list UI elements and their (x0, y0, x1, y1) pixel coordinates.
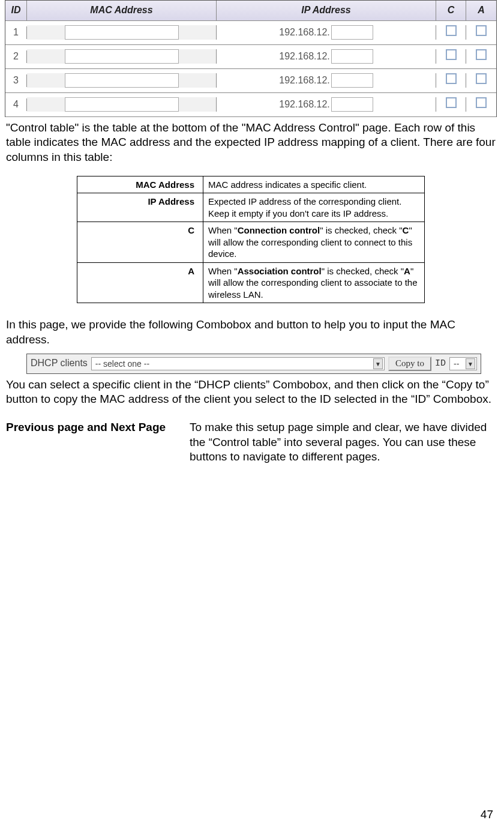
definition-term: IP Address (77, 193, 203, 222)
id-select-value: -- (454, 358, 459, 369)
row-id: 4 (5, 98, 27, 111)
definition-desc: When "Connection control" is checked, ch… (203, 222, 425, 263)
control-table-header: ID MAC Address IP Address C A (5, 1, 496, 21)
header-a: A (466, 1, 496, 20)
chevron-down-icon: ▼ (373, 358, 383, 369)
definition-row: AWhen "Association control" is checked, … (77, 262, 425, 303)
dhcp-clients-label: DHCP clients (31, 357, 88, 370)
ip-input[interactable] (331, 25, 373, 40)
definition-row: CWhen "Connection control" is checked, c… (77, 222, 425, 263)
table-row: 4 192.168.12. (5, 93, 496, 117)
table-row: 3 192.168.12. (5, 69, 496, 93)
dhcp-clients-select[interactable]: -- select one -- ▼ (91, 357, 385, 370)
control-table: ID MAC Address IP Address C A 1 192.168.… (5, 0, 497, 117)
prev-next-note: Previous page and Next Page To make this… (6, 420, 496, 465)
header-c: C (436, 1, 466, 20)
paragraph: In this page, we provide the following C… (6, 318, 496, 347)
page-number: 47 (481, 807, 493, 822)
a-checkbox[interactable] (476, 73, 487, 84)
ip-prefix: 192.168.12. (279, 50, 330, 63)
paragraph: You can select a specific client in the … (6, 378, 496, 407)
dhcp-clients-select-value: -- select one -- (95, 358, 149, 369)
a-checkbox[interactable] (476, 49, 487, 60)
definition-desc: MAC address indicates a specific client. (203, 176, 425, 193)
row-id: 2 (5, 50, 27, 63)
mac-input[interactable] (65, 97, 179, 112)
mac-input[interactable] (65, 25, 179, 40)
table-row: 1 192.168.12. (5, 21, 496, 45)
header-mac: MAC Address (27, 1, 217, 20)
paragraph: "Control table" is the table at the bott… (6, 121, 496, 165)
row-id: 1 (5, 26, 27, 39)
c-checkbox[interactable] (446, 49, 457, 60)
definition-table: MAC AddressMAC address indicates a speci… (77, 176, 425, 304)
c-checkbox[interactable] (446, 25, 457, 36)
ip-input[interactable] (331, 97, 373, 112)
ip-prefix: 192.168.12. (279, 98, 330, 111)
id-select[interactable]: -- ▼ (449, 357, 477, 370)
dhcp-combo-figure: DHCP clients -- select one -- ▼ Copy to … (26, 354, 481, 374)
definition-row: MAC AddressMAC address indicates a speci… (77, 176, 425, 193)
header-id: ID (5, 1, 27, 20)
ip-prefix: 192.168.12. (279, 26, 330, 39)
definition-desc: When "Association control" is checked, c… (203, 262, 425, 303)
mac-input[interactable] (65, 49, 179, 64)
table-row: 2 192.168.12. (5, 45, 496, 69)
definition-desc: Expected IP address of the corresponding… (203, 193, 425, 222)
ip-prefix: 192.168.12. (279, 74, 330, 87)
definition-term: MAC Address (77, 176, 203, 193)
a-checkbox[interactable] (476, 97, 487, 108)
copy-to-button[interactable]: Copy to (388, 357, 431, 371)
c-checkbox[interactable] (446, 97, 457, 108)
a-checkbox[interactable] (476, 25, 487, 36)
id-label: ID (435, 358, 446, 370)
definition-row: IP AddressExpected IP address of the cor… (77, 193, 425, 222)
definition-term: C (77, 222, 203, 263)
ip-input[interactable] (331, 49, 373, 64)
definition-term: A (77, 262, 203, 303)
c-checkbox[interactable] (446, 73, 457, 84)
prev-next-heading: Previous page and Next Page (6, 420, 184, 465)
ip-input[interactable] (331, 73, 373, 88)
header-ip: IP Address (217, 1, 436, 20)
mac-input[interactable] (65, 73, 179, 88)
chevron-down-icon: ▼ (466, 358, 475, 369)
row-id: 3 (5, 74, 27, 87)
prev-next-body: To make this setup page simple and clear… (190, 420, 496, 465)
